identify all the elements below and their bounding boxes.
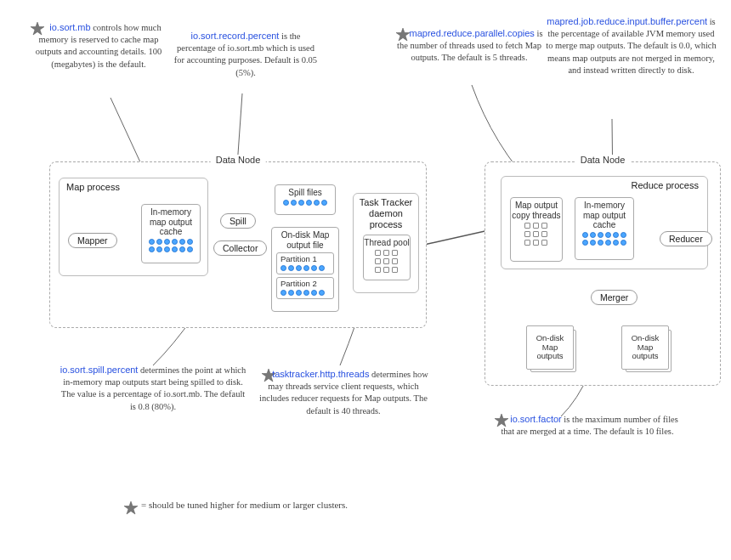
- thread-pool-grid: [364, 247, 410, 277]
- partition-1-label: Partition 1: [280, 255, 330, 264]
- legend: = should be tuned higher for medium or l…: [141, 500, 362, 510]
- partition-2: Partition 2: [276, 277, 334, 299]
- key-reduce-input-buffer: mapred.job.reduce.input.buffer.percent: [547, 16, 707, 26]
- merger-box: Merger: [591, 290, 638, 305]
- mapper-box: Mapper: [68, 233, 117, 248]
- annotation-io-sort-mb: io.sort.mb controls how much memory is r…: [27, 20, 170, 71]
- diagram-canvas: io.sort.mb controls how much memory is r…: [0, 0, 731, 560]
- copy-threads-box: Map output copy threads: [510, 197, 563, 262]
- data-node-right: Data Node Reduce process Map output copy…: [484, 161, 721, 386]
- ondisk-outputs-right: On-disk Map outputs: [621, 325, 669, 370]
- partition-1: Partition 1: [276, 252, 334, 274]
- spill-files-dots: [275, 198, 335, 209]
- cache-left-dots: [142, 237, 200, 256]
- thread-pool-label: Thread pool: [364, 238, 410, 248]
- annotation-io-sort-record-percent: io.sort.record.percent is the percentage…: [173, 30, 318, 79]
- annotation-http-threads: tasktracker.http.threads determines how …: [258, 367, 428, 417]
- ondisk-outputs-left-label: On-disk Map outputs: [526, 325, 574, 370]
- cache-right-dots: [575, 230, 633, 249]
- annotation-io-sort-factor: io.sort.factor is the maximum number of …: [491, 412, 683, 438]
- map-process: Map process Mapper In-memory map output …: [59, 178, 208, 276]
- reduce-process-label: Reduce process: [502, 177, 707, 194]
- key-io-sort-factor: io.sort.factor: [510, 414, 562, 424]
- task-tracker-process: Task Tracker daemon process Thread pool: [353, 193, 419, 293]
- in-memory-cache-right-label: In-memory map output cache: [575, 201, 633, 230]
- ondisk-outputs-right-label: On-disk Map outputs: [621, 325, 669, 370]
- ondisk-outputs-left: On-disk Map outputs: [526, 325, 574, 370]
- annotation-parallel-copies: mapred.reduce.parallel.copies is the num…: [393, 26, 546, 65]
- spill-box: Spill: [220, 213, 256, 229]
- copy-threads-label: Map output copy threads: [511, 201, 562, 220]
- partition-2-label: Partition 2: [280, 280, 330, 289]
- ondisk-map-output-file-label: On-disk Map output file: [272, 230, 338, 250]
- spill-files-box: Spill files: [275, 184, 336, 215]
- collector-box: Collector: [213, 240, 267, 256]
- annotation-reduce-input-buffer: mapred.job.reduce.input.buffer.percent i…: [544, 15, 718, 76]
- data-node-left: Data Node Map process Mapper In-memory m…: [49, 161, 427, 328]
- map-process-label: Map process: [60, 178, 207, 195]
- reducer-box: Reducer: [660, 231, 712, 246]
- key-io-sort-mb: io.sort.mb: [49, 22, 90, 32]
- spill-files-label: Spill files: [275, 188, 335, 198]
- task-tracker-label: Task Tracker daemon process: [354, 194, 418, 231]
- thread-pool-box: Thread pool: [363, 235, 411, 280]
- ondisk-map-output-file: On-disk Map output file Partition 1 Part…: [271, 227, 339, 312]
- legend-text: = should be tuned higher for medium or l…: [141, 500, 348, 510]
- reduce-process: Reduce process Map output copy threads I…: [501, 176, 708, 269]
- key-parallel-copies: mapred.reduce.parallel.copies: [409, 28, 534, 38]
- in-memory-cache-left: In-memory map output cache: [141, 204, 201, 263]
- data-node-right-label: Data Node: [575, 155, 631, 165]
- key-spill-percent: io.sort.spill.percent: [60, 365, 139, 375]
- key-http-threads: tasktracker.http.threads: [272, 369, 369, 379]
- key-io-sort-record-percent: io.sort.record.percent: [190, 31, 279, 41]
- data-node-left-label: Data Node: [211, 155, 266, 165]
- copy-threads-grid: [511, 220, 562, 250]
- in-memory-cache-left-label: In-memory map output cache: [142, 207, 200, 237]
- annotation-spill-percent: io.sort.spill.percent determines the poi…: [60, 364, 246, 413]
- in-memory-cache-right: In-memory map output cache: [575, 197, 634, 260]
